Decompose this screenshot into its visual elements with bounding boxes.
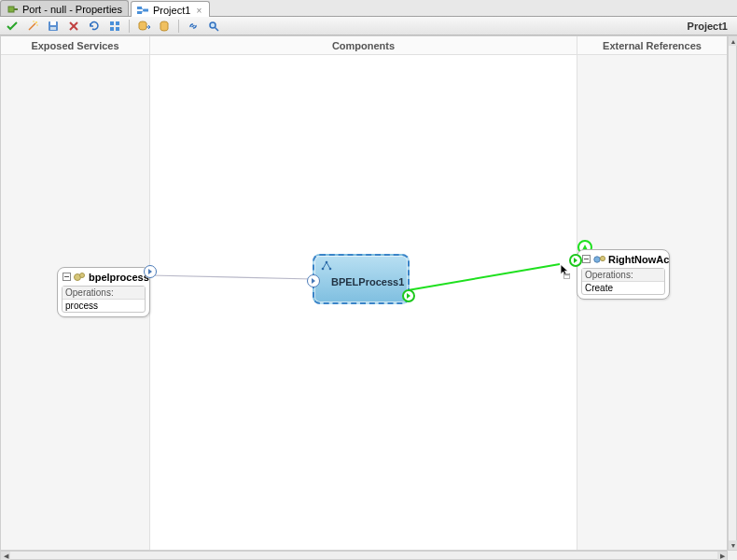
bpel-component-node[interactable]: BPELProcess1: [313, 254, 410, 304]
refresh-button[interactable]: [86, 18, 103, 35]
svg-rect-17: [116, 21, 119, 25]
svg-line-6: [142, 10, 144, 13]
svg-point-10: [36, 24, 38, 26]
operations-box: Operations: Create: [581, 268, 665, 295]
wand-button[interactable]: [24, 18, 41, 35]
composite-icon: [137, 5, 149, 17]
vertical-scrollbar[interactable]: ▲ ▼: [728, 35, 737, 551]
lane-header-exposed: Exposed Services: [1, 36, 150, 54]
scroll-up-arrow[interactable]: ▲: [729, 36, 737, 46]
bpel-icon: [320, 259, 333, 274]
operations-header: Operations:: [582, 269, 664, 282]
tab-project1[interactable]: Project1 ×: [131, 1, 210, 17]
reference-title-text: RightNowAccount...: [608, 254, 669, 265]
svg-line-5: [142, 8, 144, 11]
svg-point-37: [594, 257, 600, 262]
tab-close-button[interactable]: ×: [194, 6, 203, 15]
scroll-down-arrow[interactable]: ▼: [729, 540, 737, 550]
save-button[interactable]: [45, 18, 62, 35]
bpel-title: BPELProcess1: [331, 276, 404, 287]
grid-button[interactable]: [106, 18, 123, 35]
svg-rect-0: [8, 7, 14, 12]
project-name-label: Project1: [688, 21, 733, 32]
svg-point-29: [80, 273, 85, 278]
svg-rect-4: [144, 9, 148, 12]
tab-label: Project1: [153, 5, 190, 16]
db-button[interactable]: [156, 18, 173, 35]
svg-line-33: [323, 262, 327, 269]
service-output-port[interactable]: [144, 265, 157, 278]
collapse-icon[interactable]: [582, 253, 591, 265]
svg-rect-1: [14, 8, 18, 10]
external-reference-node[interactable]: RightNowAccount... Operations: Create: [577, 249, 670, 300]
reference-title-row: RightNowAccount...: [577, 250, 669, 266]
operation-item[interactable]: Create: [582, 282, 664, 294]
toolbar-separator: [178, 20, 179, 33]
scroll-right-arrow[interactable]: ▶: [717, 552, 727, 560]
exposed-service-node[interactable]: bpelprocess1_clie... Operations: process: [57, 267, 150, 317]
operation-item[interactable]: process: [63, 300, 145, 312]
adapter-gears-icon: [593, 253, 605, 265]
svg-point-9: [33, 21, 35, 22]
tab-bar: Port - null - Properties Project1 ×: [0, 0, 737, 17]
svg-rect-3: [137, 11, 142, 14]
toolbar-separator: [129, 20, 130, 33]
collapse-icon[interactable]: [63, 271, 71, 283]
svg-rect-2: [137, 7, 142, 9]
find-button[interactable]: [205, 18, 222, 35]
service-title-text: bpelprocess1_clie...: [89, 272, 149, 283]
lane-header-components: Components: [150, 36, 577, 54]
db-export-button[interactable]: [135, 18, 152, 35]
svg-line-22: [192, 25, 195, 27]
toolbar: Project1: [0, 17, 737, 35]
lane-headers: Exposed Services Components External Ref…: [1, 36, 727, 55]
delete-button[interactable]: [65, 18, 82, 35]
svg-point-23: [210, 22, 216, 28]
horizontal-scrollbar[interactable]: ◀ ▶: [0, 551, 728, 560]
svg-line-34: [327, 262, 330, 269]
svg-point-8: [35, 21, 37, 23]
service-title-row: bpelprocess1_clie...: [58, 268, 149, 284]
svg-rect-19: [116, 27, 119, 31]
svg-line-7: [29, 23, 35, 30]
scroll-left-arrow[interactable]: ◀: [1, 552, 10, 560]
svg-rect-18: [110, 27, 114, 31]
lane-header-external: External References: [577, 36, 727, 54]
operations-header: Operations:: [63, 287, 145, 300]
svg-rect-12: [50, 21, 56, 25]
operations-box: Operations: process: [62, 286, 146, 313]
lane-external-references[interactable]: [577, 55, 727, 550]
port-icon: [7, 4, 19, 16]
link-button[interactable]: [185, 18, 202, 35]
validate-button[interactable]: [4, 18, 21, 35]
tab-port-properties[interactable]: Port - null - Properties: [0, 0, 129, 16]
bpel-input-port[interactable]: [307, 274, 320, 287]
reference-input-port[interactable]: [569, 254, 582, 267]
svg-rect-16: [110, 21, 114, 25]
tab-label: Port - null - Properties: [22, 4, 122, 15]
composite-canvas[interactable]: Exposed Services Components External Ref…: [0, 35, 728, 551]
gears-icon: [74, 271, 86, 283]
svg-line-24: [216, 27, 219, 31]
bpel-output-port[interactable]: [402, 289, 415, 302]
svg-rect-13: [50, 27, 56, 30]
svg-point-38: [600, 256, 605, 260]
